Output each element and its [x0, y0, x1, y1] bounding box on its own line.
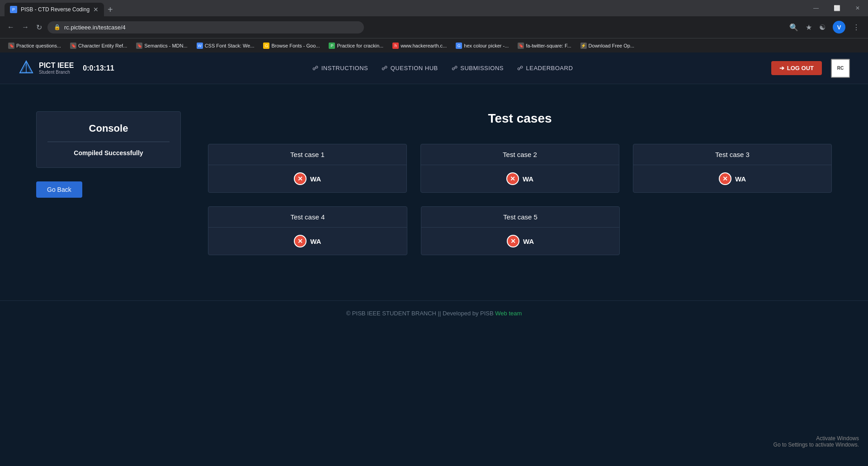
bookmark-icon-3: 🔖 [136, 43, 142, 49]
nav-leaderboard[interactable]: ☍ LEADERBOARD [517, 65, 573, 71]
bookmark-icon-2: 🔖 [70, 43, 76, 49]
extensions-button[interactable]: ☯ [816, 21, 828, 33]
test-case-card-5: Test case 5 WA [421, 206, 620, 255]
bookmark-7[interactable]: h www.hackerearth.c... [389, 41, 450, 50]
maximize-button[interactable]: ⬜ [826, 0, 847, 16]
account-button[interactable]: V [830, 19, 848, 35]
tab-title: PISB - CTD Reverse Coding [21, 6, 90, 13]
test-case-3-header: Test case 3 [633, 144, 831, 165]
bookmark-8[interactable]: G hex colour picker -... [452, 41, 512, 50]
bookmarks-bar: 🔖 Practice questions... 🔖 Character Enti… [0, 38, 868, 52]
test-case-card-4: Test case 4 WA [208, 206, 407, 255]
footer-webteam: Web team [495, 310, 522, 317]
instructions-icon: ☍ [312, 65, 319, 71]
logo-svg [18, 60, 34, 76]
bookmark-10[interactable]: ⚡ Download Free Op... [577, 41, 638, 50]
bookmark-icon-10: ⚡ [580, 43, 587, 49]
bookmark-icon-7: h [392, 43, 399, 49]
test-case-card-1: Test case 1 WA [208, 144, 407, 193]
console-title: Console [47, 123, 170, 142]
console-status: Compiled Successfully [47, 149, 170, 157]
bookmark-icon-5: G [263, 43, 269, 49]
wa-text-1: WA [310, 175, 321, 183]
test-case-1-header: Test case 1 [208, 144, 406, 165]
logo-area: PICT IEEE Student Branch [18, 60, 74, 76]
console-box: Console Compiled Successfully [36, 111, 181, 168]
bookmark-icon-8: G [456, 43, 462, 49]
browser-tab[interactable]: P PISB - CTD Reverse Coding ✕ [5, 3, 104, 16]
wa-icon-5 [507, 235, 519, 247]
timer-display: 0:0:13:11 [83, 64, 114, 72]
test-case-2-header: Test case 2 [421, 144, 619, 165]
bookmark-icon-4: W [197, 43, 203, 49]
lock-icon: 🔒 [54, 24, 61, 30]
header-nav: ☍ INSTRUCTIONS ☍ QUESTION HUB ☍ SUBMISSI… [312, 65, 573, 71]
submissions-icon: ☍ [452, 65, 458, 71]
right-panel: Test cases Test case 1 WA Test case 2 [208, 111, 832, 255]
site-header: PICT IEEE Student Branch 0:0:13:11 ☍ INS… [0, 52, 868, 84]
test-case-5-header: Test case 5 [421, 207, 620, 228]
go-back-button[interactable]: Go Back [36, 181, 82, 198]
leaderboard-icon: ☍ [517, 65, 524, 71]
site-footer: © PISB IEEE STUDENT BRANCH || Developed … [0, 300, 868, 326]
address-bar[interactable]: 🔒 rc.pictieee.in/testcase/4 [47, 21, 364, 33]
test-case-3-body: WA [633, 165, 831, 192]
footer-text: © PISB IEEE STUDENT BRANCH || Developed … [346, 310, 495, 317]
wa-text-4: WA [310, 238, 321, 245]
test-case-4-header: Test case 4 [208, 207, 407, 228]
wa-icon-2 [506, 172, 519, 185]
bookmark-icon-6: P [329, 43, 335, 49]
test-case-5-body: WA [421, 228, 620, 255]
test-cases-row-2: Test case 4 WA Test case 5 WA [208, 206, 832, 255]
windows-activation-title: Activate Windows [774, 435, 859, 442]
forward-button[interactable]: → [20, 21, 31, 33]
bookmark-3[interactable]: 🔖 Semantics - MDN... [132, 41, 191, 50]
new-tab-button[interactable]: + [104, 5, 117, 15]
url-text: rc.pictieee.in/testcase/4 [64, 24, 126, 31]
reload-button[interactable]: ↻ [34, 21, 44, 33]
wa-icon-1 [294, 172, 307, 185]
logo-main-text: PICT IEEE [39, 62, 74, 70]
bookmark-icon-1: 🔖 [8, 43, 14, 49]
nav-submissions[interactable]: ☍ SUBMISSIONS [452, 65, 504, 71]
logout-icon: ➔ [779, 65, 784, 71]
logout-button[interactable]: ➔ LOG OUT [771, 61, 822, 75]
bookmark-2[interactable]: 🔖 Character Entity Ref... [66, 41, 131, 50]
test-case-card-3: Test case 3 WA [633, 144, 832, 193]
page-content: Console Compiled Successfully Go Back Te… [0, 84, 868, 282]
left-panel: Console Compiled Successfully Go Back [36, 111, 181, 255]
test-case-card-2: Test case 2 WA [420, 144, 619, 193]
wa-text-5: WA [523, 238, 534, 245]
test-case-1-body: WA [208, 165, 406, 192]
wa-icon-4 [294, 235, 307, 247]
minimize-button[interactable]: — [806, 0, 826, 16]
wa-text-2: WA [523, 175, 533, 183]
tab-favicon: P [10, 6, 17, 13]
bookmark-5[interactable]: G Browse Fonts - Goo... [259, 41, 323, 50]
nav-question-hub[interactable]: ☍ QUESTION HUB [382, 65, 438, 71]
bookmark-icon-9: 🔖 [518, 43, 524, 49]
user-avatar: V [833, 21, 845, 33]
wa-icon-3 [719, 172, 731, 185]
test-cases-row-1: Test case 1 WA Test case 2 WA [208, 144, 832, 193]
wa-text-3: WA [735, 175, 746, 183]
question-hub-icon: ☍ [382, 65, 388, 71]
logo-text-block: PICT IEEE Student Branch [39, 62, 74, 75]
zoom-button[interactable]: 🔍 [787, 21, 801, 33]
bookmark-9[interactable]: 🔖 fa-twitter-square: F... [514, 41, 575, 50]
bookmark-1[interactable]: 🔖 Practice questions... [5, 41, 65, 50]
more-button[interactable]: ⋮ [850, 21, 863, 33]
tab-close-btn[interactable]: ✕ [93, 6, 99, 13]
bookmark-4[interactable]: W CSS Font Stack: We... [193, 41, 258, 50]
bookmark-6[interactable]: P Practice for crackin... [325, 41, 387, 50]
logo-sub-text: Student Branch [39, 70, 74, 75]
windows-activation: Activate Windows Go to Settings to activ… [774, 435, 859, 448]
nav-instructions[interactable]: ☍ INSTRUCTIONS [312, 65, 368, 71]
close-button[interactable]: ✕ [847, 0, 868, 16]
test-cases-title: Test cases [208, 111, 832, 126]
test-case-4-body: WA [208, 228, 407, 255]
empty-placeholder [633, 206, 832, 255]
back-button[interactable]: ← [5, 21, 16, 33]
test-cases-grid: Test case 1 WA Test case 2 WA [208, 144, 832, 255]
bookmark-button[interactable]: ★ [803, 21, 815, 33]
